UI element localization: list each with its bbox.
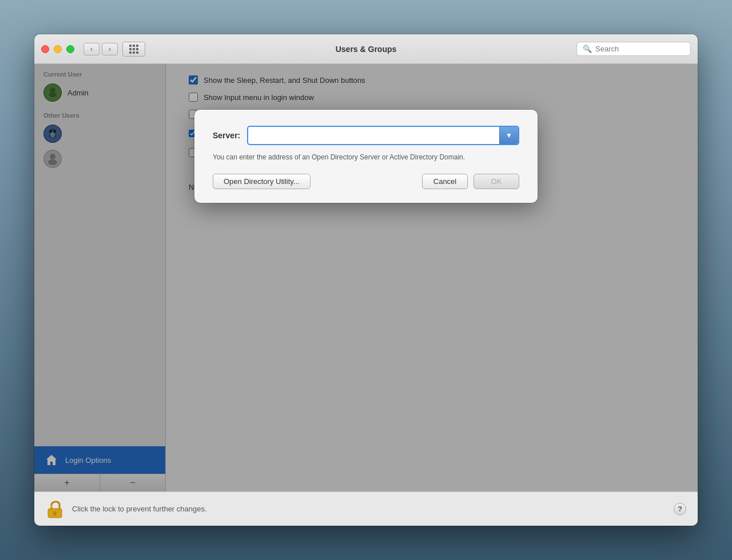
help-button[interactable]: ? [674,503,686,515]
svg-rect-19 [54,513,56,516]
server-input[interactable] [248,128,499,143]
dialog-overlay: Server: ▼ You can enter the address of a… [34,64,698,491]
ok-button[interactable]: OK [474,174,519,189]
dialog-description: You can enter the address of an Open Dir… [213,152,487,162]
search-input[interactable] [595,45,691,53]
forward-button[interactable]: › [102,43,118,55]
open-directory-button[interactable]: Open Directory Utility... [213,174,311,189]
join-dialog: Server: ▼ You can enter the address of a… [194,110,538,203]
window-title: Users & Groups [336,45,397,54]
lock-icon [47,499,63,519]
minimize-button[interactable] [54,45,62,53]
dialog-buttons: Open Directory Utility... Cancel OK [213,174,519,189]
close-button[interactable] [41,45,49,53]
bottom-bar: Click the lock to prevent further change… [34,491,698,526]
server-row: Server: ▼ [213,126,519,145]
server-label: Server: [213,131,240,140]
lock-button[interactable] [46,500,64,518]
maximize-button[interactable] [66,45,74,53]
traffic-lights [41,45,74,53]
main-window: ‹ › Users & Groups 🔍 Current User [34,34,698,526]
nav-buttons: ‹ › [83,43,118,55]
search-bar[interactable]: 🔍 [576,42,691,56]
server-dropdown-button[interactable]: ▼ [499,127,518,144]
back-button[interactable]: ‹ [83,43,100,55]
server-input-wrap: ▼ [247,126,519,145]
grid-button[interactable] [122,42,145,57]
window-body: Current User Admin Other Users [34,64,698,491]
grid-icon [129,45,138,54]
lock-text: Click the lock to prevent further change… [72,505,207,513]
title-bar: ‹ › Users & Groups 🔍 [34,34,698,64]
search-icon: 🔍 [583,45,592,53]
cancel-button[interactable]: Cancel [422,174,468,189]
